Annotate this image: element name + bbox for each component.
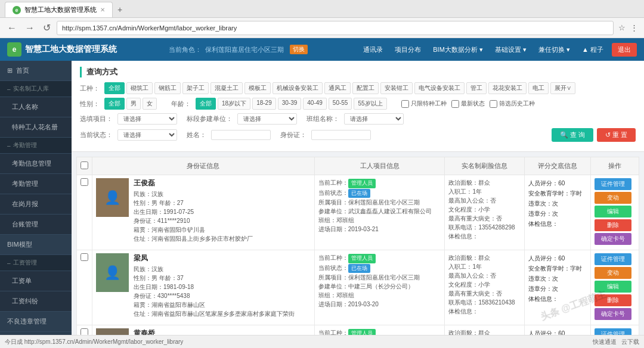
search-form: 查询方式 工种： 全部 砌筑工 钢筋工 架子工 混凝土工 模板工 机械设备安装工…	[72, 61, 644, 152]
work-type-formwork[interactable]: 模板工	[244, 82, 271, 94]
row2-team: 班组：邓班组	[318, 291, 441, 300]
nav-switch[interactable]: 兼任切换 ▾	[535, 44, 574, 56]
sidebar-item-attendance-mgmt[interactable]: 考勤管理	[0, 174, 72, 194]
search-button[interactable]: 🔍 查 询	[552, 128, 593, 142]
sidebar-item-salary-dispute[interactable]: 工资纠纷	[0, 291, 72, 312]
forward-btn[interactable]: →	[23, 21, 37, 35]
row2-card-btn[interactable]: 确定卡号	[595, 308, 631, 320]
age-over55[interactable]: 55岁以上	[354, 98, 386, 110]
status-select[interactable]: 请选择	[117, 129, 177, 141]
nav-contacts[interactable]: 通讯录	[360, 44, 386, 56]
sidebar-monthly-label: 在岗月报	[12, 200, 38, 209]
row2-status-tag: 已在场	[348, 264, 370, 274]
gender-all[interactable]: 全部	[104, 98, 125, 110]
sidebar-item-worker-name[interactable]: 工人名称	[0, 97, 72, 117]
age-50-55[interactable]: 50-55	[329, 98, 352, 110]
checkbox-latest-input[interactable]	[451, 100, 459, 108]
gender-male[interactable]: 男	[126, 98, 141, 110]
sidebar-payslip-label: 工资单	[12, 276, 32, 285]
settings-icon[interactable]: ⋮	[629, 22, 639, 33]
project-select[interactable]: 请选择	[117, 113, 177, 125]
checkbox-special-input[interactable]	[401, 100, 409, 108]
row2-cert-btn[interactable]: 证件管理	[595, 253, 631, 265]
sidebar-item-attendance-info[interactable]: 考勤信息管理	[0, 154, 72, 174]
work-type-ventilation[interactable]: 通风工	[324, 82, 351, 94]
row1-del-btn[interactable]: 删除	[595, 219, 631, 231]
work-type-all[interactable]: 全部	[104, 82, 125, 94]
row2-photo: 👤	[96, 253, 129, 292]
nav-user[interactable]: ▲ 程子	[578, 44, 607, 56]
sidebar-item-bim[interactable]: BIM模型	[0, 235, 72, 255]
row1-entry-years: 入职工：1年	[448, 187, 521, 196]
toolbar-icons: ☆ ⋮	[617, 22, 639, 33]
id-input[interactable]	[311, 130, 371, 140]
age-label: 年龄：	[171, 100, 191, 108]
work-type-pipe[interactable]: 管工	[466, 82, 487, 94]
work-type-electric[interactable]: 电气设备安装工	[414, 82, 465, 94]
work-type-more-btn[interactable]: 展开∨	[550, 82, 575, 94]
row1-change-btn[interactable]: 变动	[595, 192, 631, 204]
active-tab[interactable]: e 智慧工地大数据管理系统 ✕	[5, 2, 113, 17]
sidebar-item-account[interactable]: 台账管理	[0, 215, 72, 235]
bookmark-icon[interactable]: ☆	[617, 22, 627, 33]
work-type-concrete[interactable]: 混凝土工	[210, 82, 243, 94]
team-select[interactable]: 请选择	[344, 113, 404, 125]
status-download[interactable]: 云下载	[621, 338, 639, 346]
work-type-fitter[interactable]: 安装钳工	[380, 82, 413, 94]
header-center: 当前角色： 保利莲阳嘉居住宅小区三期 切换	[169, 45, 308, 54]
status-quick[interactable]: 快速通道	[593, 338, 617, 346]
new-tab-btn[interactable]: +	[113, 2, 127, 17]
work-type-scaffold[interactable]: 架子工	[182, 82, 209, 94]
row1-photo: 👤	[96, 178, 129, 217]
url-input[interactable]	[57, 21, 614, 35]
checkbox-history-input[interactable]	[490, 100, 497, 108]
sidebar-item-special-worker[interactable]: 特种工人花名册	[0, 117, 72, 138]
work-type-flooring[interactable]: 花花安装工	[488, 82, 527, 94]
reset-button[interactable]: ↺ 重 置	[597, 128, 636, 142]
sidebar-item-home[interactable]: ⊞ 首页	[0, 61, 72, 81]
select-all-checkbox[interactable]	[80, 161, 88, 169]
work-type-masonry[interactable]: 砌筑工	[126, 82, 153, 94]
gender-female[interactable]: 女	[143, 98, 157, 110]
sidebar-item-monthly-report[interactable]: 在岗月报	[0, 194, 72, 215]
company-label: 标段参建单位：	[187, 114, 233, 123]
back-btn[interactable]: ←	[5, 21, 19, 35]
age-30-39[interactable]: 30-39	[278, 98, 302, 110]
checkbox-latest[interactable]: 最新状态	[451, 100, 485, 108]
tab-favicon: e	[13, 6, 21, 14]
company-select[interactable]: 请选择	[237, 113, 297, 125]
tab-close-btn[interactable]: ✕	[100, 7, 105, 13]
row2-current-job: 当前工种：管理人员	[318, 253, 441, 263]
row1-team: 班组：邓班组	[318, 216, 441, 225]
work-type-electrician[interactable]: 电工	[528, 82, 549, 94]
age-18-29[interactable]: 18-29	[252, 98, 276, 110]
reload-btn[interactable]: ↺	[41, 21, 53, 35]
age-under18[interactable]: 18岁以下	[218, 98, 250, 110]
row2-change-btn[interactable]: 变动	[595, 267, 631, 279]
nav-bim[interactable]: BIM大数据分析 ▾	[429, 44, 487, 56]
work-type-plumbing[interactable]: 配置工	[352, 82, 379, 94]
role-tag[interactable]: 切换	[290, 45, 308, 54]
row1-edit-btn[interactable]: 编辑	[595, 206, 631, 218]
row1-cert-btn[interactable]: 证件管理	[595, 178, 631, 190]
row1-checkbox[interactable]	[80, 178, 88, 186]
nav-settings[interactable]: 基础设置 ▾	[491, 44, 530, 56]
sidebar-item-payslip[interactable]: 工资单	[0, 271, 72, 291]
row1-card-btn[interactable]: 确定卡号	[595, 233, 631, 245]
checkbox-history[interactable]: 筛选历史工种	[490, 100, 535, 108]
age-40-49[interactable]: 40-49	[303, 98, 327, 110]
row1-late: 违章次：次	[528, 198, 587, 209]
work-type-rebar[interactable]: 钢筋工	[154, 82, 181, 94]
table-row: 👤 王俊磊 民族：汉族 性别：男 年龄：27 出生日期：1991-07-25 身…	[77, 175, 639, 250]
age-all[interactable]: 全部	[196, 98, 216, 110]
name-input[interactable]	[211, 130, 271, 140]
logout-btn[interactable]: 退出	[612, 43, 637, 57]
sidebar-section-attendance: – 考勤管理	[0, 138, 72, 154]
nav-project-dist[interactable]: 项目分布	[391, 44, 425, 56]
row2-id-info: 梁凤 民族：汉族 性别：男 年龄：37 出生日期：1981-09-18 身份证：…	[134, 253, 295, 318]
row1-ethnicity: 民族：汉族	[134, 189, 253, 198]
checkbox-special[interactable]: 只限特种工种	[401, 100, 447, 108]
work-type-mech-install[interactable]: 机械设备安装工	[273, 82, 323, 94]
sidebar-item-violations[interactable]: 不良违章管理	[0, 312, 72, 332]
row2-checkbox[interactable]	[80, 253, 88, 261]
